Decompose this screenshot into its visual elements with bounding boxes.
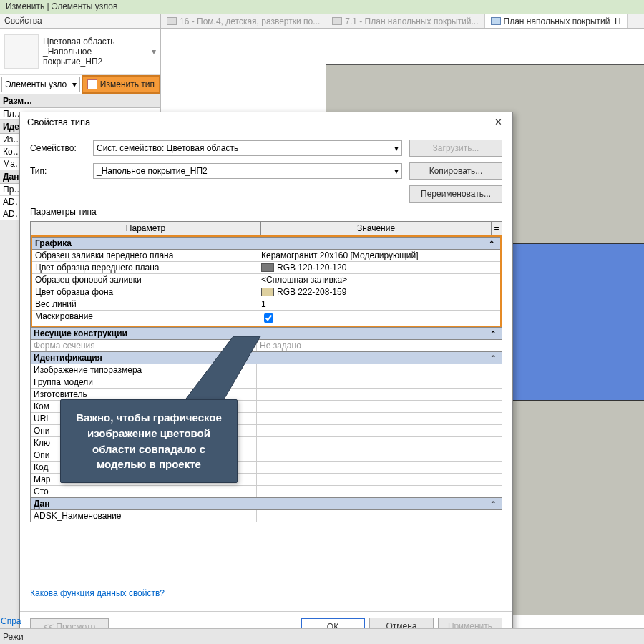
- param-value[interactable]: [257, 449, 502, 461]
- chevron-down-icon: ▾: [152, 47, 156, 57]
- dialog-title: Свойства типа: [27, 117, 90, 127]
- params-header: Параметр Значение =: [31, 222, 502, 235]
- type-name-2: _Напольное: [43, 47, 115, 57]
- param-value[interactable]: [257, 401, 502, 412]
- col-eq[interactable]: =: [492, 222, 502, 235]
- chevron-down-icon: ▾: [394, 166, 399, 176]
- chevron-down-icon: ▾: [394, 143, 399, 153]
- param-name: Цвет образца фона: [32, 286, 258, 298]
- tab-label: План напольных покрытий_Н: [504, 16, 621, 26]
- param-value[interactable]: [257, 364, 502, 376]
- param-group-header[interactable]: Дан⌃: [31, 497, 502, 510]
- ribbon-title: Изменить | Элементы узлов: [6, 1, 117, 11]
- edit-type-row: Элементы узло▾ Изменить тип: [0, 75, 160, 94]
- tab-label: 16 - Пом.4, детская, развертки по...: [180, 16, 320, 26]
- param-value[interactable]: 1: [258, 298, 500, 310]
- collapse-icon: ⌃: [490, 354, 499, 362]
- param-row[interactable]: Цвет образца фонаRGB 222-208-159: [32, 286, 500, 298]
- document-tab[interactable]: 7.1 - План напольных покрытий...: [326, 14, 484, 28]
- document-tab[interactable]: План напольных покрытий_Н: [485, 14, 628, 28]
- col-parameter[interactable]: Параметр: [31, 222, 261, 235]
- param-row[interactable]: Вес линий1: [32, 298, 500, 311]
- param-name: Вес линий: [32, 298, 258, 310]
- param-value[interactable]: Керамогранит 20х160 [Моделирующий]: [258, 250, 500, 261]
- document-icon: [491, 17, 501, 25]
- help-label[interactable]: Спра: [0, 615, 20, 628]
- param-value[interactable]: [257, 437, 502, 449]
- param-name: ADSK_Наименование: [31, 510, 257, 522]
- param-value[interactable]: <Сплошная заливка>: [258, 274, 500, 286]
- param-group-header[interactable]: Несущие конструкции⌃: [31, 327, 502, 340]
- tab-label: 7.1 - План напольных покрытий...: [345, 16, 478, 26]
- param-name: Маскирование: [32, 311, 258, 326]
- help-link[interactable]: Какова функция данных свойств?: [30, 582, 502, 604]
- param-name: Цвет образца переднего плана: [32, 262, 258, 273]
- param-row[interactable]: Форма сеченияНе задано: [31, 340, 502, 351]
- edit-type-icon: [87, 79, 97, 89]
- param-value[interactable]: [257, 413, 502, 424]
- family-select[interactable]: Сист. семейство: Цветовая область ▾: [93, 140, 402, 156]
- close-button[interactable]: ✕: [492, 117, 505, 127]
- family-label: Семейство:: [30, 143, 80, 153]
- type-label: Тип:: [30, 166, 80, 176]
- param-name: Образец фоновой заливки: [32, 274, 258, 286]
- collapse-icon: ⌃: [490, 500, 499, 508]
- duplicate-button[interactable]: Копировать...: [409, 162, 502, 180]
- param-group-header[interactable]: Графика⌃: [32, 237, 500, 250]
- param-group-header[interactable]: Идентификация⌃: [31, 351, 502, 364]
- param-value[interactable]: [257, 425, 502, 436]
- type-selector[interactable]: Цветовая область _Напольное покрытие_НП2…: [0, 29, 160, 75]
- rename-button[interactable]: Переименовать...: [409, 185, 502, 203]
- edit-type-button[interactable]: Изменить тип: [82, 75, 160, 94]
- param-row[interactable]: Сто: [31, 486, 502, 497]
- sidebar-section-header[interactable]: Разм…: [0, 94, 160, 108]
- param-value[interactable]: [258, 311, 500, 326]
- param-value[interactable]: Не задано: [257, 340, 502, 351]
- params-label: Параметры типа: [30, 207, 502, 217]
- param-value[interactable]: [257, 486, 502, 497]
- callout-tooltip: Важно, чтобы графическое изображение цве…: [60, 399, 238, 483]
- mode-label: Режи: [3, 632, 24, 642]
- param-row[interactable]: Изображение типоразмера: [31, 364, 502, 376]
- param-row[interactable]: Образец фоновой заливки<Сплошная заливка…: [32, 274, 500, 286]
- param-row[interactable]: Образец заливки переднего планаКерамогра…: [32, 250, 500, 262]
- collapse-icon: ⌃: [490, 330, 499, 338]
- color-swatch: [261, 263, 274, 272]
- param-row[interactable]: ADSK_Наименование: [31, 510, 502, 522]
- document-icon: [332, 17, 342, 25]
- param-value[interactable]: [257, 474, 502, 485]
- param-name: Изображение типоразмера: [31, 364, 257, 376]
- param-value[interactable]: RGB 222-208-159: [258, 286, 500, 298]
- param-name: Группа модели: [31, 376, 257, 388]
- dialog-titlebar: Свойства типа ✕: [20, 112, 512, 132]
- status-bar: Режи: [0, 628, 644, 644]
- param-row[interactable]: Маскирование: [32, 311, 500, 326]
- type-select[interactable]: _Напольное покрытие_НП2 ▾: [93, 163, 402, 179]
- param-value[interactable]: [257, 510, 502, 522]
- param-name: Сто: [31, 486, 257, 497]
- document-tabs: 16 - Пом.4, детская, развертки по...7.1 …: [161, 14, 644, 28]
- param-value[interactable]: [257, 389, 502, 400]
- ribbon-header: Изменить | Элементы узлов: [0, 0, 644, 14]
- param-name: Форма сечения: [31, 340, 257, 351]
- param-row[interactable]: Группа модели: [31, 376, 502, 389]
- load-button[interactable]: Загрузить...: [409, 140, 502, 157]
- properties-header: Свойства: [0, 14, 161, 28]
- checkbox[interactable]: [264, 313, 273, 323]
- element-selector[interactable]: Элементы узло▾: [1, 77, 80, 92]
- param-value[interactable]: [257, 376, 502, 388]
- param-name: Образец заливки переднего плана: [32, 250, 258, 261]
- document-icon: [167, 17, 177, 25]
- type-name-3: покрытие_НП2: [43, 57, 115, 67]
- param-value[interactable]: [257, 462, 502, 473]
- param-name: Изготовитель: [31, 389, 257, 400]
- color-swatch: [261, 288, 274, 296]
- type-properties-dialog: Свойства типа ✕ Семейство: Сист. семейст…: [19, 112, 513, 643]
- top-row: Свойства 16 - Пом.4, детская, развертки …: [0, 14, 644, 29]
- document-tab[interactable]: 16 - Пом.4, детская, развертки по...: [161, 14, 326, 28]
- type-name-1: Цветовая область: [43, 36, 115, 47]
- param-row[interactable]: Цвет образца переднего планаRGB 120-120-…: [32, 262, 500, 274]
- param-value[interactable]: RGB 120-120-120: [258, 262, 500, 273]
- type-thumbnail: [4, 34, 39, 69]
- col-value[interactable]: Значение: [261, 222, 492, 235]
